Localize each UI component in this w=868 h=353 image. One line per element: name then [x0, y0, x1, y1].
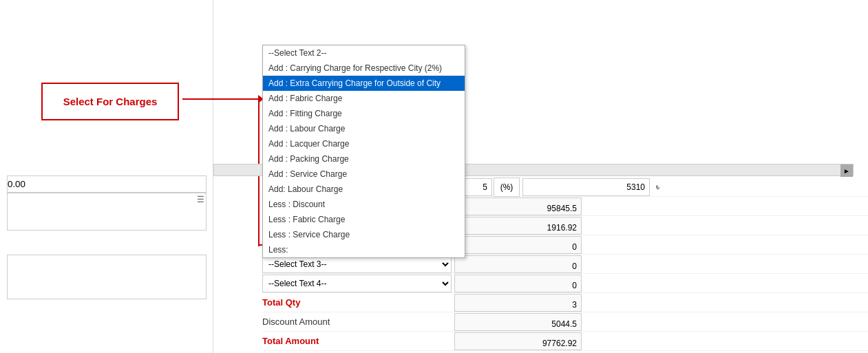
select-for-charges-label: Select For Charges	[63, 96, 158, 107]
dropdown-item-6[interactable]: Add : Labour Charge	[263, 121, 465, 136]
dropdown-item-8[interactable]: Add : Packing Charge	[263, 151, 465, 167]
dropdown-item-7[interactable]: Add : Lacquer Charge	[263, 136, 465, 151]
notes-textarea-2[interactable]	[7, 255, 207, 299]
discount-row: Discount Amount 5044.5	[262, 312, 868, 332]
value-5: 0	[454, 275, 582, 292]
value-3: 0	[454, 236, 582, 254]
select-for-charges-box: Select For Charges	[41, 83, 179, 120]
scrollbar-icon: ☰	[197, 195, 204, 204]
dropdown-overlay[interactable]: --Select Text 2-- Add : Carrying Charge …	[262, 45, 465, 258]
subtotal-value: 95845.5	[454, 197, 582, 215]
dropdown-item-9[interactable]: Add : Service Charge	[263, 167, 465, 182]
dropdown-item-3[interactable]: Add : Extra Carrying Charge for Outside …	[263, 76, 465, 91]
dropdown-item-12[interactable]: Less : Fabric Charge	[263, 212, 465, 227]
total-amount-value: 97762.92	[454, 332, 582, 350]
total-amount-row: Total Amount 97762.92	[262, 332, 868, 351]
notes-textarea-1[interactable]	[7, 193, 207, 231]
dropdown-item-13[interactable]: Less : Service Charge	[263, 227, 465, 242]
amount-input[interactable]	[7, 175, 207, 193]
value-4: 0	[454, 255, 582, 273]
dropdown-item-5[interactable]: Add : Fitting Charge	[263, 106, 465, 121]
dropdown-item-14[interactable]: Less:	[263, 242, 465, 257]
total-qty-row: Total Qty 3	[262, 293, 868, 312]
arrow-right-1	[182, 98, 258, 100]
dropdown-item-11[interactable]: Less : Discount	[263, 197, 465, 212]
currency-symbol-1: ৳	[650, 182, 665, 193]
charge-select-5[interactable]: --Select Text 4--	[262, 275, 452, 292]
scrollbar-thumb[interactable]: ►	[840, 164, 853, 177]
value-2: 1916.92	[454, 217, 582, 235]
dropdown-item-4[interactable]: Add : Fabric Charge	[263, 91, 465, 106]
left-panel: ☰ Select For Charges	[0, 0, 213, 353]
discount-label: Discount Amount	[262, 317, 452, 327]
dropdown-item-2[interactable]: Add : Carrying Charge for Respective Cit…	[263, 61, 465, 76]
value-input-1[interactable]	[522, 178, 650, 196]
charge-row-5: --Select Text 4-- 0	[262, 274, 868, 293]
dropdown-item-10[interactable]: Add: Labour Charge	[263, 182, 465, 197]
total-qty-label: Total Qty	[262, 297, 452, 308]
main-container: ☰ Select For Charges ► --Select Text 2--…	[0, 0, 868, 353]
total-amount-label: Total Amount	[262, 336, 452, 346]
total-qty-value: 3	[454, 294, 582, 312]
pct-label-1: (%)	[494, 178, 520, 197]
dropdown-item-1[interactable]: --Select Text 2--	[263, 45, 465, 61]
discount-value: 5044.5	[454, 313, 582, 331]
